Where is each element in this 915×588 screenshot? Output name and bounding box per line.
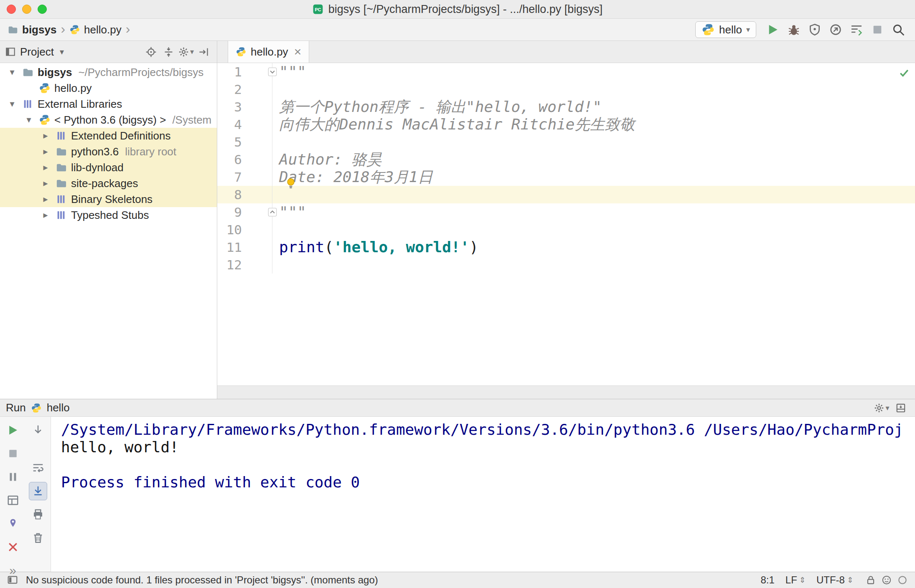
soft-wrap-button[interactable] [29,459,47,477]
tree-item[interactable]: ▸python3.6library root [0,144,217,160]
gutter-line-number[interactable]: 3 [217,98,272,116]
close-tab-button[interactable] [4,538,22,556]
expand-closed-icon[interactable]: ▸ [39,194,52,205]
run-toolbar-console [25,417,51,572]
coverage-icon [808,23,821,36]
expand-open-icon[interactable]: ▾ [6,67,18,78]
code-line-text[interactable] [272,186,279,203]
tree-item[interactable]: ▸Extended Definitions [0,128,217,144]
hide-icon [198,46,209,58]
console-line [61,456,915,474]
run-console-output[interactable]: /System/Library/Frameworks/Python.framew… [51,417,915,572]
tree-item[interactable]: ▸Binary Skeletons [0,191,217,207]
search-everywhere-button[interactable] [889,20,907,39]
code-line-text[interactable] [272,81,279,98]
pin-tab-button[interactable] [4,514,22,533]
zoom-window-button[interactable] [38,5,47,14]
encoding-widget[interactable]: UTF-8 ⇕ [816,574,853,586]
stop-process-button[interactable] [4,444,22,463]
code-editor[interactable]: 1"""23第一个Python程序 - 输出"hello, world!"4向伟… [217,63,915,385]
tool-window-switcher-button[interactable] [6,573,19,587]
gutter-line-number[interactable]: 7 [217,168,272,186]
dock-panel-button[interactable] [892,400,909,416]
code-line-text[interactable] [272,221,279,238]
tree-item[interactable]: ▸Typeshed Stubs [0,207,217,223]
code-line-text[interactable]: Author: 骆昊 [272,151,381,168]
fold-marker-icon[interactable] [267,207,278,218]
tree-item-label: bigsys [38,66,72,79]
expand-closed-icon[interactable]: ▸ [39,146,52,157]
code-line-text[interactable] [272,133,279,151]
svg-text:PC: PC [315,7,321,12]
gutter-line-number[interactable]: 2 [217,81,272,98]
run-panel-title[interactable]: Run [6,401,26,414]
breadcrumb-item[interactable]: hello.py [69,23,122,36]
folder-icon [56,177,67,189]
hide-panel-button[interactable] [195,43,212,60]
expand-closed-icon[interactable]: ▸ [39,162,52,173]
fold-marker-icon[interactable] [267,66,278,77]
breadcrumb-separator: › [61,21,65,38]
settings-button[interactable]: ▾ [178,43,194,60]
expand-closed-icon[interactable]: ▸ [39,210,52,220]
gutter-line-number[interactable]: 12 [217,256,272,274]
minimize-window-button[interactable] [22,5,31,14]
gutter-line-number[interactable]: 6 [217,151,272,168]
bulb-icon [284,177,297,190]
gutter-line-number[interactable]: 4 [217,116,272,133]
printer-icon [32,508,44,521]
expand-closed-icon[interactable]: ▸ [39,130,52,141]
tree-item[interactable]: ▾< Python 3.6 (bigsys) >/System [0,112,217,128]
run-with-coverage-button[interactable] [806,20,824,39]
tree-item[interactable]: ▾bigsys~/PycharmProjects/bigsys [0,64,217,80]
run-config-selector[interactable]: hello ▾ [695,21,756,38]
readonly-lock-button[interactable] [864,573,877,587]
gutter-line-number[interactable]: 8 [217,186,272,203]
gutter-line-number[interactable]: 11 [217,238,272,256]
run-button[interactable] [764,20,782,39]
indicator-button[interactable] [896,573,909,587]
close-window-button[interactable] [7,5,16,14]
tree-item[interactable]: ▸site-packages [0,175,217,191]
down-stack-trace-button[interactable] [29,421,47,439]
expand-closed-icon[interactable]: ▸ [39,178,52,189]
project-panel-title[interactable]: Project [20,46,54,58]
restore-layout-button[interactable] [4,491,22,509]
close-tab-icon[interactable]: × [294,46,302,58]
rerun-button[interactable] [4,421,22,439]
code-line-text[interactable]: 第一个Python程序 - 输出"hello, world!" [272,98,602,116]
debug-button[interactable] [785,20,803,39]
pause-output-button[interactable] [4,468,22,486]
print-console-button[interactable] [29,505,47,524]
python-icon [69,24,80,35]
gutter-line-number[interactable]: 5 [217,133,272,151]
breadcrumb-item[interactable]: bigsys [8,23,56,36]
tree-item[interactable]: hello.py [0,80,217,96]
thread-dump-button[interactable] [847,20,866,39]
inspection-status-icon[interactable] [898,67,910,79]
profiler-button[interactable] [826,20,845,39]
chevron-down-icon[interactable]: ▾ [60,47,64,57]
line-separator-widget[interactable]: LF ⇕ [785,574,806,586]
gutter-line-number[interactable]: 10 [217,221,272,238]
tree-item[interactable]: ▾External Libraries [0,96,217,112]
stop-button[interactable] [868,20,887,39]
editor-tab-hello-py[interactable]: hello.py × [228,41,309,63]
code-line-text[interactable]: 向伟大的Dennis MacAlistair Ritchie先生致敬 [272,116,635,133]
run-settings-button[interactable]: ▾ [873,400,890,416]
code-line-text[interactable]: print('hello, world!') [272,238,478,256]
expand-open-icon[interactable]: ▾ [6,99,18,109]
code-line-text[interactable] [272,256,279,274]
tree-item[interactable]: ▸lib-dynload [0,160,217,175]
intention-bulb-icon[interactable] [284,177,297,190]
gutter-line-number[interactable]: 9 [217,203,272,221]
caret-position-widget[interactable]: 8:1 [760,574,774,586]
scroll-to-end-button[interactable] [29,482,47,500]
hector-inspector-button[interactable] [880,573,893,587]
locate-file-button[interactable] [142,43,159,60]
clear-all-button[interactable] [29,529,47,547]
editor-line: 3第一个Python程序 - 输出"hello, world!" [217,98,915,116]
gutter-line-number[interactable]: 1 [217,63,272,81]
expand-open-icon[interactable]: ▾ [23,114,35,125]
collapse-all-button[interactable] [160,43,177,60]
